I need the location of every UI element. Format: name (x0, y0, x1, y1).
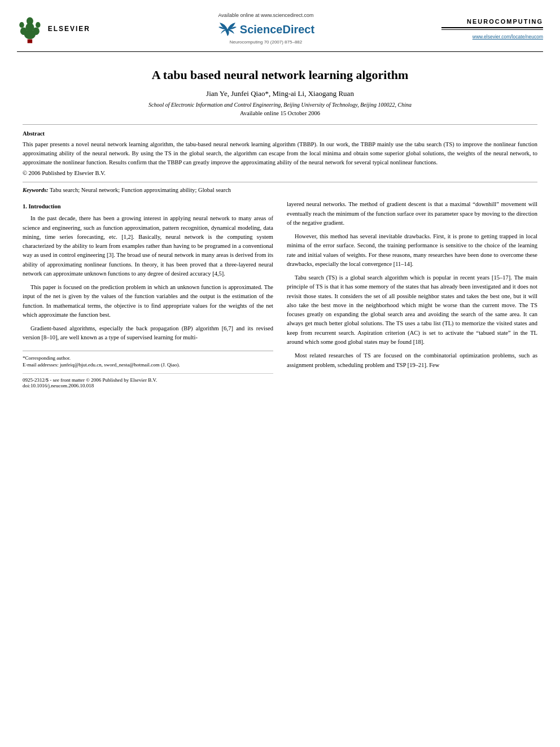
page: ELSEVIER Available online at www.science… (0, 0, 560, 747)
divider-top-right (441, 27, 543, 28)
header-center: Available online at www.sciencedirect.co… (90, 12, 441, 45)
column-right: layered neural networks. The method of g… (287, 200, 537, 388)
affiliation: School of Electronic Information and Con… (23, 102, 537, 108)
keywords-label: Keywords: (23, 187, 49, 193)
keywords-text: Tabu search; Neural network; Function ap… (50, 187, 231, 193)
elsevier-tree-icon (17, 10, 43, 47)
journal-name-right: NEUROCOMPUTING (467, 18, 543, 25)
divider-thin-right (441, 29, 543, 30)
intro-paragraph-1: In the past decade, there has been a gro… (23, 214, 273, 278)
svg-point-3 (27, 18, 33, 25)
footnote-email: E-mail addresses: junfeiq@bjut.edu.cn, s… (23, 361, 273, 369)
abstract-text: This paper presents a novel neural netwo… (23, 140, 537, 167)
header-right: NEUROCOMPUTING www.elsevier.com/locate/n… (441, 18, 543, 40)
keywords: Keywords: Tabu search; Neural network; F… (23, 187, 537, 193)
header: ELSEVIER Available online at www.science… (0, 0, 560, 51)
svg-point-7 (36, 22, 40, 28)
right-paragraph-2: However, this method has several inevita… (287, 232, 537, 269)
sciencedirect-text: ScienceDirect (240, 23, 314, 36)
footer-info: 0925-2312/$ - see front matter © 2006 Pu… (23, 373, 273, 388)
intro-paragraph-3: Gradient-based algorithms, especially th… (23, 324, 273, 343)
sciencedirect-bird-icon (217, 21, 238, 37)
svg-rect-0 (28, 40, 32, 43)
footnote-area: *Corresponding author. E-mail addresses:… (23, 351, 273, 369)
authors: Jian Ye, Junfei Qiao*, Ming-ai Li, Xiaog… (23, 89, 537, 98)
elsevier-logo-area: ELSEVIER (17, 10, 90, 47)
two-column-body: 1. Introduction In the past decade, ther… (23, 200, 537, 388)
article-title: A tabu based neural network learning alg… (23, 68, 537, 82)
right-paragraph-3: Tabu search (TS) is a global search algo… (287, 273, 537, 347)
abstract-label: Abstract (23, 130, 537, 137)
abstract-divider-bottom (23, 182, 537, 182)
journal-link[interactable]: www.elsevier.com/locate/neucom (473, 34, 543, 40)
article-content: A tabu based neural network learning alg… (0, 52, 560, 400)
available-date: Available online 15 October 2006 (23, 110, 537, 116)
column-left: 1. Introduction In the past decade, ther… (23, 200, 273, 388)
abstract-section: Abstract This paper presents a novel neu… (23, 130, 537, 176)
footer-doi: doi:10.1016/j.neucom.2006.10.018 (23, 383, 273, 388)
copyright: © 2006 Published by Elsevier B.V. (23, 170, 537, 176)
abstract-divider-top (23, 124, 537, 125)
journal-info-center: Neurocomputing 70 (2007) 875–882 (230, 40, 303, 45)
available-online-text: Available online at www.sciencedirect.co… (218, 12, 314, 18)
svg-point-5 (33, 27, 40, 35)
section1-title: 1. Introduction (23, 203, 273, 209)
svg-point-6 (19, 22, 24, 28)
right-paragraph-4: Most related researches of TS are focuse… (287, 351, 537, 370)
right-paragraph-1: layered neural networks. The method of g… (287, 200, 537, 228)
footer-issn: 0925-2312/$ - see front matter © 2006 Pu… (23, 377, 273, 383)
svg-point-4 (20, 27, 27, 35)
footnote-star: *Corresponding author. (23, 355, 273, 362)
intro-paragraph-2: This paper is focused on the prediction … (23, 283, 273, 320)
elsevier-text: ELSEVIER (48, 25, 90, 33)
